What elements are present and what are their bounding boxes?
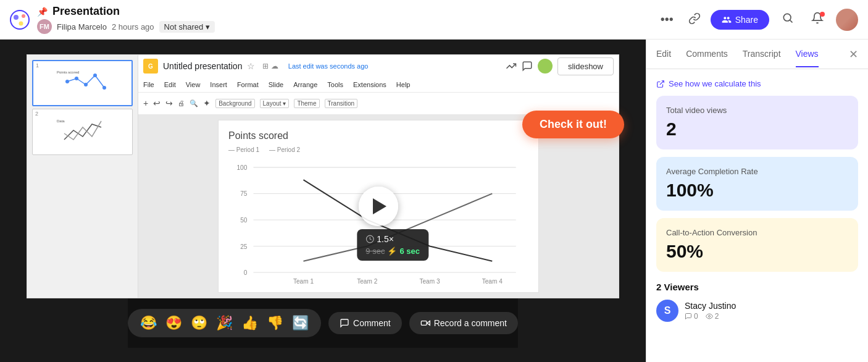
play-button[interactable] [359, 187, 398, 226]
slide-thumb-1[interactable]: 1 Points scored [32, 60, 133, 106]
gs-slide-main: Points scored — Period 1 — Period 2 [138, 115, 619, 298]
more-options-button[interactable]: ••• [656, 10, 678, 29]
menu-view[interactable]: View [186, 81, 201, 88]
menu-slide[interactable]: Slide [269, 81, 283, 88]
gs-trend-icon [506, 61, 517, 72]
viewer-item: S Stacy Justino 0 2 [656, 300, 858, 322]
search-button[interactable] [777, 9, 799, 30]
speed-times: 9 sec ⚡ 6 sec [365, 246, 420, 256]
svg-point-33 [708, 316, 710, 318]
gs-slideshow-button[interactable]: slideshow [557, 57, 614, 75]
menu-tools[interactable]: Tools [327, 81, 343, 88]
viewer-avatar: S [656, 300, 678, 322]
menu-help[interactable]: Help [396, 81, 411, 88]
viewer-views-stat: 2 [706, 312, 719, 321]
reaction-celebrate[interactable]: 🎉 [216, 315, 233, 331]
viewer-stats: 0 2 [685, 312, 736, 321]
completion-rate-value: 100% [666, 180, 848, 201]
notifications-button[interactable] [806, 9, 828, 30]
speed-tooltip: 1.5× 9 sec ⚡ 6 sec [357, 229, 428, 261]
slideshow-embed: 1 Points scored 2 [27, 54, 619, 298]
record-comment-button[interactable]: Record a comment [409, 312, 518, 334]
toolbar-icon-4[interactable]: 🖨 [178, 99, 185, 107]
svg-text:0: 0 [244, 269, 248, 276]
menu-file[interactable]: File [143, 81, 154, 88]
calculate-link[interactable]: See how we calculate this [656, 79, 858, 88]
toolbar-icon-1[interactable]: + [143, 98, 148, 108]
viewer-comments-stat: 0 [685, 312, 698, 321]
toolbar-icon-5[interactable]: 🔍 [190, 99, 198, 107]
toolbar-icon-layout[interactable]: Layout ▾ [260, 99, 290, 108]
gs-icons-row: ⊞ ☁ [262, 62, 278, 70]
svg-point-1 [14, 15, 19, 20]
slide-content-area: G Untitled presentation ☆ ⊞ ☁ Last edit … [138, 55, 619, 298]
svg-rect-30 [421, 321, 427, 325]
gs-header: G Untitled presentation ☆ ⊞ ☁ Last edit … [138, 55, 619, 78]
share-status-badge[interactable]: Not shared ▾ [159, 21, 215, 33]
topbar-meta: FM Filipa Marcelo 2 hours ago Not shared… [37, 19, 648, 34]
toolbar-icon-3[interactable]: ↪ [165, 98, 173, 108]
legend-period1: — Period 1 [228, 146, 259, 153]
reaction-bar: 😂 😍 🙄 🎉 👍 👎 🔄 [128, 309, 321, 337]
share-button[interactable]: Share [711, 10, 769, 30]
tab-transcript[interactable]: Transcript [743, 41, 781, 67]
share-button-label: Share [735, 15, 758, 25]
menu-format[interactable]: Format [237, 81, 259, 88]
svg-text:Team 1: Team 1 [293, 278, 314, 285]
viewer-name: Stacy Justino [685, 301, 736, 311]
author-name: Filipa Marcelo [57, 22, 107, 32]
svg-text:Team 4: Team 4 [482, 278, 503, 285]
title-text: Presentation [52, 5, 120, 18]
menu-insert[interactable]: Insert [210, 81, 227, 88]
comment-button-label: Comment [353, 318, 391, 328]
menu-arrange[interactable]: Arrange [293, 81, 317, 88]
svg-line-5 [790, 20, 793, 23]
menu-edit[interactable]: Edit [164, 81, 176, 88]
panel-close-button[interactable]: ✕ [849, 48, 858, 61]
reaction-laugh[interactable]: 😂 [140, 315, 157, 331]
cta-conversion-value: 50% [666, 241, 848, 262]
svg-point-4 [783, 14, 791, 21]
tab-edit[interactable]: Edit [656, 41, 671, 67]
topbar: 📌 Presentation FM Filipa Marcelo 2 hours… [0, 0, 868, 40]
toolbar-icon-6[interactable]: ✦ [203, 98, 211, 108]
svg-point-3 [19, 21, 23, 25]
svg-text:Team 3: Team 3 [419, 278, 440, 285]
reaction-thumbsup[interactable]: 👍 [241, 315, 258, 331]
link-button[interactable] [686, 10, 703, 29]
slide-thumb-2[interactable]: 2 Data [32, 109, 133, 155]
svg-point-2 [22, 14, 25, 18]
svg-text:Data: Data [57, 119, 65, 123]
panel-content: See how we calculate this Total video vi… [646, 69, 868, 332]
reaction-love[interactable]: 😍 [165, 315, 182, 331]
reaction-recycle[interactable]: 🔄 [292, 315, 309, 331]
svg-text:Team 2: Team 2 [357, 278, 378, 285]
svg-point-0 [10, 11, 29, 29]
chart-title: Points scored [228, 130, 528, 141]
bottom-bar: 😂 😍 🙄 🎉 👍 👎 🔄 Comment Record a comment [128, 298, 518, 348]
cta-button[interactable]: Check it out! [522, 111, 624, 138]
reaction-eyeroll[interactable]: 🙄 [191, 315, 207, 331]
reaction-thumbsdown[interactable]: 👎 [267, 315, 283, 331]
toolbar-icon-2[interactable]: ↩ [153, 98, 161, 108]
toolbar-icon-theme[interactable]: Theme [294, 99, 319, 108]
gs-star-icon[interactable]: ☆ [247, 61, 255, 71]
app-logo[interactable] [10, 10, 30, 30]
calculate-link-text: See how we calculate this [669, 79, 761, 88]
gs-user-icon [538, 59, 553, 74]
toolbar-icon-transition[interactable]: Transition [325, 99, 358, 108]
tab-comments[interactable]: Comments [686, 41, 728, 67]
record-comment-label: Record a comment [434, 318, 507, 328]
author-avatar: FM [37, 19, 52, 34]
total-views-value: 2 [666, 119, 848, 140]
menu-extensions[interactable]: Extensions [353, 81, 386, 88]
cta-conversion-card: Call-to-Action Conversion 50% [656, 218, 858, 272]
viewers-title: 2 Viewers [656, 282, 858, 292]
toolbar-icon-bg[interactable]: Background [215, 99, 254, 108]
user-avatar[interactable] [836, 9, 858, 31]
total-views-label: Total video views [666, 106, 848, 115]
tab-views[interactable]: Views [796, 41, 819, 67]
svg-text:50: 50 [240, 216, 248, 223]
comment-button[interactable]: Comment [328, 312, 402, 334]
gs-menu-bar: File Edit View Insert Format Slide Arran… [138, 78, 619, 93]
